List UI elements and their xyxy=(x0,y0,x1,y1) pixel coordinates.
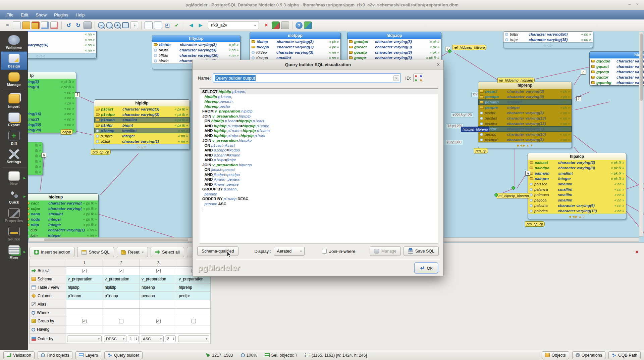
column-row[interactable]: palnpreinteger« pk fk » xyxy=(528,176,626,181)
new-model-icon[interactable] xyxy=(13,21,21,29)
order-combo-2[interactable]: DESC▾ xyxy=(104,335,126,342)
operations-button[interactable]: Operations xyxy=(572,351,605,359)
column-row[interactable]: gqcactcharacter varying(3) xyxy=(590,64,644,69)
column-row[interactable]: palcchacharacter varying(6)« nn » xyxy=(528,203,626,208)
table-nav-icons[interactable]: ◇ ◁ ▷ xyxy=(503,42,593,48)
column-row[interactable]: fk » xyxy=(28,169,43,175)
zoom-in-icon[interactable]: + xyxy=(114,22,121,29)
display-combo[interactable]: Aerated▾ xyxy=(274,247,305,256)
column-row[interactable]: p1nanpsmallint« nn » xyxy=(94,128,190,133)
column-row[interactable]: pecdescharacter varying(13)« nn » xyxy=(478,116,572,121)
column-row[interactable]: palmocasmallint« nn » xyxy=(528,192,626,197)
column-row[interactable]: varying(16)« nn » xyxy=(28,111,76,117)
gqb-path-button[interactable]: GQB Path xyxy=(608,351,641,359)
table-header[interactable]: hldpaep xyxy=(347,32,441,39)
model-selector-combo[interactable]: rfx9_a2v▾ xyxy=(208,21,259,29)
table-header[interactable]: hlprenp xyxy=(478,82,572,89)
column-row[interactable]: palcdpocharacter varying(3)« pk fk » xyxy=(528,165,626,171)
sidebar-item-diff[interactable]: Diff xyxy=(1,129,27,147)
layers-button[interactable]: Layers xyxy=(75,351,101,359)
column-row[interactable]: t0ceppcharacter varying(3)« pk » xyxy=(250,44,340,50)
table-hlolcup[interactable]: hlolcupcactcharacter varying(3)« pk fk »… xyxy=(28,193,99,238)
column-row[interactable]: p1cdpocharacter varying(3)« pk fk » xyxy=(94,112,190,117)
sidebar-item-more[interactable]: More▶ xyxy=(1,243,27,261)
sidebar-item-new[interactable]: New▶ xyxy=(1,169,27,187)
column-row[interactable]: p1nannsmallint« pk fk » xyxy=(94,117,190,123)
group-by-checkbox-2[interactable] xyxy=(119,319,123,323)
canvas-label[interactable]: hlprpkp_hlprenp xyxy=(461,127,489,132)
sidebar-item-design[interactable]: Design xyxy=(1,51,27,70)
canvas-label[interactable]: 73 y:1303 xyxy=(445,140,463,145)
close-window-icon[interactable]: × xyxy=(636,2,639,7)
sidebar-item-export[interactable]: Export xyxy=(1,110,27,129)
ok-button[interactable]: ↵Ok xyxy=(415,263,438,273)
column-row[interactable]: fk » xyxy=(28,148,43,153)
table-partial[interactable]: fk »fk »fk »fk »fk »fk » xyxy=(28,142,43,175)
print-icon[interactable] xyxy=(84,21,92,29)
column-row[interactable]: « nn » xyxy=(28,90,76,95)
menu-show[interactable]: Show xyxy=(32,11,50,19)
join-in-where-checkbox[interactable] xyxy=(322,249,327,254)
column-row[interactable]: fk » xyxy=(28,159,43,164)
open-model-icon[interactable] xyxy=(22,21,30,29)
help-icon[interactable]: ? xyxy=(296,22,303,29)
relationship-tag[interactable]: prp_cp_cp xyxy=(91,149,111,155)
column-row[interactable]: nlopinteger« pk fk » xyxy=(28,222,98,227)
zoom-out-icon[interactable]: − xyxy=(98,22,105,29)
zoom-reset-icon[interactable] xyxy=(106,22,113,29)
column-row[interactable]: t4ltdocharacter varying(30)« nn » xyxy=(152,53,240,58)
fit-view-icon[interactable]: ◰ xyxy=(163,21,171,29)
column-row[interactable]: palnannsmallint« pk fk » xyxy=(528,171,626,176)
object-tree-icon[interactable]: ├ xyxy=(130,21,138,29)
name-input[interactable]: Query builder output × xyxy=(213,74,401,82)
order-spin-3[interactable]: 2▲▼ xyxy=(165,335,176,342)
table-hldpaep[interactable]: hldpaepgocdpocharacter varying(3)« pk »g… xyxy=(347,32,441,61)
menu-edit[interactable]: Edit xyxy=(17,11,32,19)
model-info-icon[interactable] xyxy=(41,21,49,29)
close-model-icon[interactable]: × xyxy=(262,21,270,29)
id-swap-icon[interactable] xyxy=(413,74,423,82)
table-header[interactable]: hldpa xyxy=(590,52,644,58)
close-file-icon[interactable] xyxy=(50,21,58,29)
main-menu-icon[interactable]: ≡ xyxy=(3,21,11,29)
magnifier-area-icon[interactable] xyxy=(122,22,129,28)
column-row[interactable]: pectprcharacter varying(3)« nn » xyxy=(478,110,572,116)
column-row[interactable]: cuocharacter varying(1)« nn » xyxy=(28,227,98,233)
select-all-button[interactable]: Select all xyxy=(151,247,184,257)
column-row[interactable]: palcdescharacter varying(13)« nn » xyxy=(528,208,626,214)
plugins-icon[interactable] xyxy=(272,21,280,29)
group-by-checkbox-4[interactable] xyxy=(192,319,196,323)
redo-icon[interactable]: ↻ xyxy=(74,21,82,29)
column-row[interactable]: varying(20)« nn » xyxy=(28,122,76,127)
column-row[interactable]: « nn » xyxy=(28,95,76,100)
column-row[interactable]: penpreinteger« pk » xyxy=(478,105,572,110)
column-row[interactable]: palcactcharacter varying(3)« pk fk » xyxy=(528,160,626,165)
relationship-tag[interactable]: rel_hlpretp_hlprenp xyxy=(497,193,530,198)
order-combo-1[interactable]: ▾ xyxy=(67,335,102,342)
validation-button[interactable]: Validation xyxy=(3,351,35,359)
column-row[interactable]: gocactcharacter varying(3)« pk » xyxy=(347,44,441,50)
show-sql-button[interactable]: Show SQL xyxy=(77,247,114,257)
relationship-tag[interactable]: rel_hldpaep_hltyprp xyxy=(452,45,486,50)
order-spin-2[interactable]: 1▲▼ xyxy=(128,335,139,342)
panel-close-icon[interactable]: × xyxy=(635,249,639,256)
group-by-checkbox-1[interactable]: ✓ xyxy=(82,319,87,323)
sidebar-item-settings[interactable]: Settings xyxy=(1,147,27,166)
select-checkbox-3[interactable]: ✓ xyxy=(156,269,161,273)
column-row[interactable]: nodpinteger« pk fk » xyxy=(28,217,98,222)
column-row[interactable]: « nn » xyxy=(28,106,76,111)
column-row[interactable]: pecrgccharacter varying(10)« nn » xyxy=(478,132,572,137)
select-checkbox-2[interactable]: ✓ xyxy=(119,269,123,273)
column-row[interactable]: t0l3epcharacter varying(3)« nn » xyxy=(250,50,340,55)
order-combo-4[interactable]: ▾ xyxy=(178,335,209,342)
table-nav-icons[interactable]: ◆ ◀ ▶ ▲ ▽ xyxy=(528,214,626,219)
find-objects-button[interactable]: Find objects xyxy=(38,351,72,359)
sidebar-item-welcome[interactable]: Welcome xyxy=(1,33,27,51)
column-row[interactable]: fk » xyxy=(28,142,43,148)
order-combo-3[interactable]: ASC▾ xyxy=(141,335,164,342)
sql-preview[interactable]: SELECT hlpldlp.p1nann, hlpldlp.p1nanp, h… xyxy=(199,88,438,243)
window-titlebar[interactable]: pgModeler - PostgreSQL Database Modeler … xyxy=(0,0,644,10)
menu-file[interactable]: File xyxy=(3,11,17,19)
reset-button[interactable]: Reset▾ xyxy=(117,247,148,257)
manage-button[interactable]: Manage xyxy=(370,246,401,256)
